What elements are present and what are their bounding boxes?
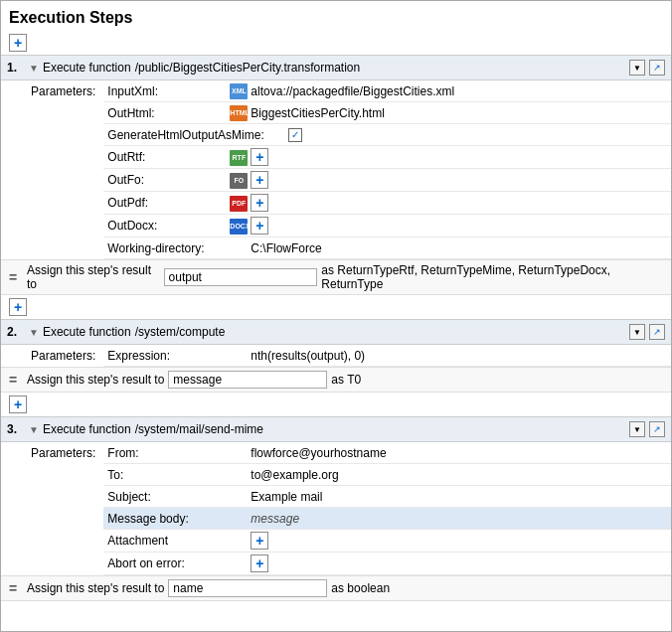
param-outfo-icon: FO: [227, 172, 251, 189]
step-1-assign-text: Assign this step's result to: [27, 263, 160, 291]
param-workingdir-name: Working-directory:: [107, 241, 227, 255]
param-abortonerror-value: +: [251, 554, 667, 572]
step-2-assign-input[interactable]: [168, 371, 327, 389]
param-attachment: Attachment +: [103, 530, 671, 553]
step-3-params-content: From: flowforce@yourhostname To: to@exam…: [103, 442, 671, 575]
param-inputxml-icon: XML: [227, 82, 251, 99]
param-outdocx: OutDocx: DOCX +: [103, 215, 671, 237]
step-3-collapse[interactable]: ▼: [29, 424, 39, 435]
step-3-assign-text: Assign this step's result to: [27, 581, 164, 595]
rtf-icon: RTF: [230, 150, 248, 166]
step-1-number: 1.: [7, 61, 29, 75]
fo-icon: FO: [230, 173, 248, 189]
step-2-header: 2. ▼ Execute function /system/compute ▼ …: [1, 320, 671, 345]
param-subject-name: Subject:: [107, 490, 227, 504]
html-icon: HTML: [230, 105, 248, 121]
step-3-assign-row: = Assign this step's result to as boolea…: [1, 575, 671, 601]
param-abortonerror: Abort on error: +: [103, 553, 671, 575]
add-button-2-3[interactable]: +: [9, 395, 27, 413]
top-add-row: +: [1, 31, 671, 55]
param-inputxml-name: InputXml:: [107, 84, 227, 98]
param-outhtml-name: OutHtml:: [107, 106, 227, 120]
param-outrtf-icon: RTF: [227, 149, 251, 166]
step-3-assign-input[interactable]: [168, 579, 327, 597]
step-1-actions: ▼ ↗: [629, 60, 665, 76]
param-outfo: OutFo: FO +: [103, 169, 671, 192]
page-title: Execution Steps: [1, 1, 671, 31]
step-2-assign-text: Assign this step's result to: [27, 373, 164, 387]
param-generatehtml-value: ✓: [288, 127, 667, 142]
param-inputxml-value: altova://packagedfile/BiggestCities.xml: [251, 84, 667, 98]
param-attachment-value: +: [251, 532, 667, 550]
param-from-value: flowforce@yourhostname: [251, 446, 667, 460]
param-workingdir: Working-directory: C:\FlowForce: [103, 237, 671, 259]
outrtf-add-button[interactable]: +: [251, 148, 268, 166]
step-2-actions: ▼ ↗: [629, 324, 665, 340]
param-outdocx-value: +: [251, 217, 667, 235]
step-3-params-label: Parameters:: [1, 442, 103, 464]
add-row-between-1-2: +: [1, 295, 671, 319]
step-2-external-link-btn[interactable]: ↗: [649, 324, 665, 340]
param-outpdf-value: +: [251, 194, 667, 212]
step-3-dropdown-btn[interactable]: ▼: [629, 421, 645, 437]
step-1-collapse[interactable]: ▼: [29, 63, 39, 74]
step-2-collapse[interactable]: ▼: [29, 327, 39, 338]
param-expression: Expression: nth(results(output), 0): [103, 345, 671, 367]
param-outpdf-icon: PDF: [227, 195, 251, 212]
param-to-name: To:: [107, 468, 227, 482]
param-outhtml-icon: HTML: [227, 104, 251, 121]
xml-icon: XML: [230, 83, 248, 99]
step-2: 2. ▼ Execute function /system/compute ▼ …: [1, 319, 671, 393]
param-outdocx-name: OutDocx:: [107, 219, 227, 233]
step-3-actions: ▼ ↗: [629, 421, 665, 437]
param-from: From: flowforce@yourhostname: [103, 442, 671, 464]
step-3-number: 3.: [7, 422, 29, 436]
abortonerror-add-button[interactable]: +: [251, 554, 268, 572]
step-2-label: Execute function: [43, 325, 131, 339]
pdf-icon: PDF: [230, 196, 248, 212]
param-outrtf: OutRtf: RTF +: [103, 146, 671, 169]
outpdf-add-button[interactable]: +: [251, 194, 268, 212]
param-expression-value: nth(results(output), 0): [251, 349, 667, 363]
step-3-params-section: Parameters: From: flowforce@yourhostname…: [1, 442, 671, 575]
step-1-assign-as: as ReturnTypeRtf, ReturnTypeMime, Return…: [321, 263, 663, 291]
step-2-params-section: Parameters: Expression: nth(results(outp…: [1, 345, 671, 367]
param-generatehtml-name: GenerateHtmlOutputAsMime:: [107, 128, 263, 142]
step-2-params-content: Expression: nth(results(output), 0): [103, 345, 671, 367]
add-row-between-2-3: +: [1, 393, 671, 416]
attachment-add-button[interactable]: +: [251, 532, 268, 550]
outfo-add-button[interactable]: +: [251, 171, 268, 189]
param-messagebody-name: Message body:: [107, 512, 227, 526]
param-attachment-name: Attachment: [107, 534, 227, 548]
param-abortonerror-name: Abort on error:: [107, 556, 227, 570]
param-outhtml: OutHtml: HTML BiggestCitiesPerCity.html: [103, 102, 671, 124]
step-1-external-link-btn[interactable]: ↗: [649, 60, 665, 76]
checkbox-checked-icon[interactable]: ✓: [288, 128, 302, 142]
step-2-dropdown-btn[interactable]: ▼: [629, 324, 645, 340]
add-button-1-2[interactable]: +: [9, 298, 27, 316]
param-messagebody: Message body: message: [103, 508, 671, 530]
param-expression-name: Expression:: [107, 349, 227, 363]
param-outrtf-name: OutRtf:: [107, 150, 227, 164]
step-1-label: Execute function: [43, 61, 131, 75]
param-outpdf-name: OutPdf:: [107, 196, 227, 210]
step-1-params-label: Parameters:: [1, 80, 103, 102]
param-inputxml: InputXml: XML altova://packagedfile/Bigg…: [103, 80, 671, 102]
step-1-dropdown-btn[interactable]: ▼: [629, 60, 645, 76]
param-outhtml-value: BiggestCitiesPerCity.html: [251, 106, 667, 120]
param-generatehtml: GenerateHtmlOutputAsMime: ✓: [103, 124, 671, 146]
param-subject-value: Example mail: [251, 490, 667, 504]
outdocx-add-button[interactable]: +: [251, 217, 268, 235]
param-workingdir-value: C:\FlowForce: [251, 241, 667, 255]
step-2-assign-row: = Assign this step's result to as T0: [1, 367, 671, 393]
step-1-params-content: InputXml: XML altova://packagedfile/Bigg…: [103, 80, 671, 259]
step-3-external-link-btn[interactable]: ↗: [649, 421, 665, 437]
step-2-assign-equals: =: [9, 372, 23, 388]
step-2-function-path: /system/compute: [135, 325, 629, 339]
step-1-function-path: /public/BiggestCitiesPerCity.transformat…: [135, 61, 629, 75]
param-outpdf: OutPdf: PDF +: [103, 192, 671, 215]
top-add-button[interactable]: +: [9, 34, 27, 52]
step-1-assign-input[interactable]: [164, 268, 318, 286]
step-1-assign-row: = Assign this step's result to as Return…: [1, 259, 671, 295]
param-outfo-value: +: [251, 171, 667, 189]
